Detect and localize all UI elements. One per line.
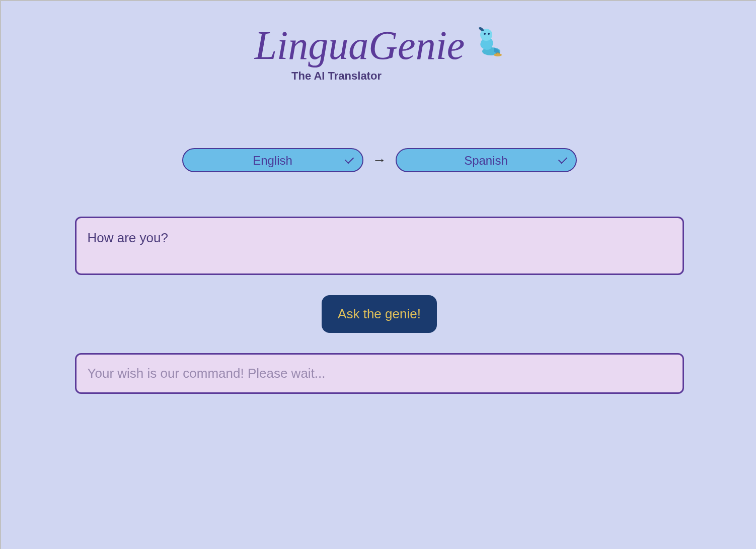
tagline: The AI Translator [291, 70, 382, 83]
ask-genie-button[interactable]: Ask the genie! [322, 295, 437, 333]
source-language-wrapper: English [182, 148, 363, 172]
translation-output: Your wish is our command! Please wait... [75, 353, 684, 394]
target-language-select[interactable]: Spanish [396, 148, 577, 172]
target-language-wrapper: Spanish [396, 148, 577, 172]
svg-point-3 [488, 33, 490, 35]
language-selector-row: English → Spanish [182, 148, 577, 172]
arrow-right-icon: → [372, 152, 387, 168]
source-language-select[interactable]: English [182, 148, 363, 172]
source-text-input[interactable] [75, 217, 684, 275]
main-container: LinguaGenie The AI Translator [3, 3, 756, 394]
svg-point-2 [484, 33, 486, 35]
logo-text: LinguaGenie [255, 25, 465, 65]
logo-row: LinguaGenie [255, 25, 504, 65]
svg-point-4 [494, 53, 502, 56]
genie-icon [469, 24, 504, 59]
header: LinguaGenie The AI Translator [255, 25, 504, 83]
